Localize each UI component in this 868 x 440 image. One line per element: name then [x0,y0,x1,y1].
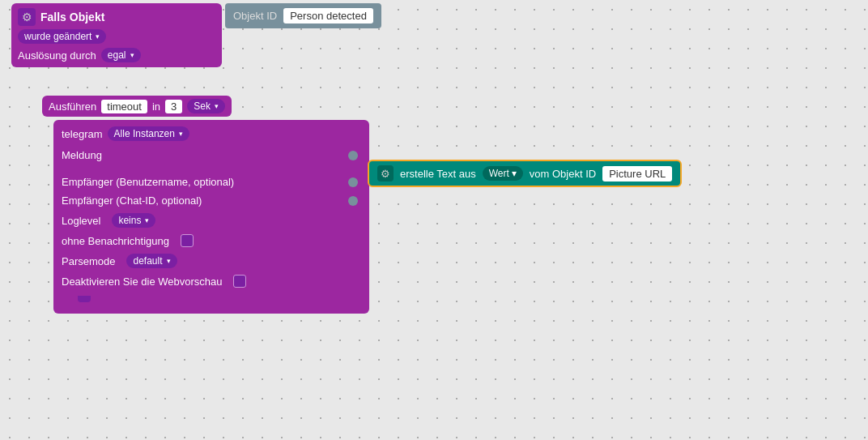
meldung-row: Meldung [62,146,361,164]
deaktivieren-row: Deaktivieren Sie die Webvorschau [62,271,361,291]
empfanger1-row: Empfänger (Benutzername, optional) [62,173,361,191]
parsemode-row: Parsemode default ▾ [62,250,361,271]
meldung-connector-dot [348,151,358,160]
workspace: ⚙ Falls Objekt wurde geändert ▾ Auslösun… [0,0,868,440]
parsemode-label: Parsemode [62,255,115,267]
telegram-row: telegram Alle Instanzen ▾ [62,126,361,141]
dropdown-arrow-icon: ▾ [167,257,171,265]
dropdown-arrow-icon: ▾ [215,102,219,110]
empfanger1-connector [348,177,358,187]
meldung-label: Meldung [62,149,102,161]
deaktivieren-label: Deaktivieren Sie die Webvorschau [62,276,222,288]
wurde-geandert-dropdown[interactable]: wurde geändert ▾ [18,29,106,44]
wurde-row: wurde geändert ▾ [18,29,215,44]
dropdown-arrow-icon: ▾ [179,130,183,138]
deaktivieren-checkbox[interactable] [233,275,246,288]
objekt-id-block: Objekt ID Person detected [225,3,381,28]
dropdown-arrow-icon: ▾ [130,51,134,59]
ausfuhren-label: Ausführen [49,100,96,113]
dropdown-arrow-icon: ▾ [512,168,517,179]
ohne-label: ohne Benachrichtigung [62,235,169,247]
falls-objekt-block: ⚙ Falls Objekt wurde geändert ▾ Auslösun… [11,3,222,67]
gear-icon: ⚙ [18,8,36,26]
sek-dropdown[interactable]: Sek ▾ [187,99,225,113]
empfanger2-label: Empfänger (Chat-ID, optional) [62,194,202,207]
dropdown-arrow-icon: ▾ [145,216,149,224]
erstelle-gear-icon: ⚙ [377,165,394,182]
auslosung-row: Auslösung durch egal ▾ [18,48,215,62]
wert-dropdown[interactable]: Wert ▾ [483,166,523,181]
parsemode-dropdown[interactable]: default ▾ [126,254,177,268]
ausfuhren-value: timeout [101,100,147,113]
ausfuhren-block: Ausführen timeout in 3 Sek ▾ [42,96,232,117]
ohne-row: ohne Benachrichtigung [62,231,361,250]
auslosung-label: Auslösung durch [18,49,96,62]
erstelle-text-block: ⚙ erstelle Text aus Wert ▾ vom Objekt ID… [368,160,682,187]
telegram-label: telegram [62,128,103,140]
empfanger1-label: Empfänger (Benutzername, optional) [62,176,234,188]
auslosung-dropdown[interactable]: egal ▾ [101,48,141,62]
ohne-checkbox[interactable] [181,234,194,247]
loglevel-label: Loglevel [62,215,100,227]
loglevel-row: Loglevel keins ▾ [62,210,361,231]
empfanger2-connector [348,196,358,206]
bottom-connector [78,296,91,302]
erstelle-label: erstelle Text aus [400,168,476,180]
empfanger2-row: Empfänger (Chat-ID, optional) [62,191,361,210]
dropdown-arrow-icon: ▾ [96,32,100,41]
loglevel-dropdown[interactable]: keins ▾ [112,213,155,228]
block-header: ⚙ Falls Objekt [18,8,215,26]
ausfuhren-num: 3 [165,100,182,113]
objekt-id-value: Person detected [283,8,373,23]
ausfuhren-in-label: in [152,100,160,113]
objekt-id-label: Objekt ID [233,10,277,22]
block-title: Falls Objekt [40,11,104,23]
instances-dropdown[interactable]: Alle Instanzen ▾ [108,126,189,141]
vom-label: vom Objekt ID [530,168,596,180]
picture-url-value: Picture URL [602,166,672,182]
telegram-block: telegram Alle Instanzen ▾ Meldung Empfän… [53,120,369,314]
